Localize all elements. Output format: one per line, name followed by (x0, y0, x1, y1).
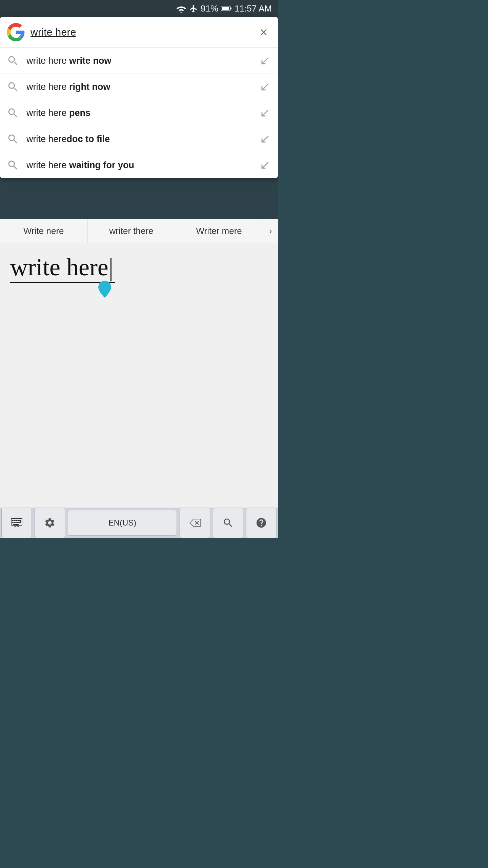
search-bar: write here (0, 17, 278, 48)
arrow-icon-4 (259, 133, 271, 145)
help-button[interactable] (246, 508, 277, 538)
suggestion-item-5[interactable]: write here waiting for you (0, 152, 278, 178)
search-button[interactable] (213, 508, 243, 538)
autocorrect-item-2[interactable]: writer there (88, 219, 176, 243)
settings-button[interactable] (35, 508, 65, 538)
svg-rect-10 (16, 522, 18, 523)
suggestion-item-4[interactable]: write heredoc to file (0, 126, 278, 152)
svg-rect-7 (18, 520, 20, 521)
svg-rect-4 (12, 520, 14, 521)
search-icon-4 (7, 133, 19, 145)
suggestion-text-2: write here right now (26, 82, 259, 92)
svg-rect-12 (20, 520, 21, 523)
autocorrect-bar: Write nere writer there Writer mere › (0, 219, 278, 243)
suggestions-list: write here write now write here right no… (0, 48, 278, 178)
status-bar: 91% 11:57 AM (0, 0, 278, 17)
status-icons: 91% 11:57 AM (176, 3, 272, 14)
autocorrect-item-1[interactable]: Write nere (0, 219, 88, 243)
suggestion-text-5: write here waiting for you (26, 160, 259, 171)
handwriting-area[interactable]: write here (0, 243, 278, 379)
search-icon-1 (7, 55, 19, 67)
clear-button[interactable] (256, 25, 271, 40)
arrow-icon-5 (259, 159, 271, 171)
arrow-icon-1 (259, 55, 271, 67)
cursor-handle[interactable] (98, 281, 111, 299)
search-dropdown: write here write here write now (0, 17, 278, 178)
autocorrect-item-3[interactable]: Writer mere (175, 219, 263, 243)
battery-icon (221, 5, 232, 12)
delete-button[interactable] (180, 508, 210, 538)
empty-content-area (0, 379, 278, 508)
language-selector[interactable]: EN(US) (68, 510, 177, 536)
search-icon-5 (7, 159, 19, 171)
search-icon-2 (7, 81, 19, 93)
google-logo (7, 23, 25, 41)
suggestion-item-3[interactable]: write here pens (0, 100, 278, 126)
status-time: 11:57 AM (235, 3, 272, 14)
search-icon-3 (7, 107, 19, 119)
suggestion-item-2[interactable]: write here right now (0, 74, 278, 100)
svg-rect-8 (12, 522, 14, 523)
text-cursor (110, 258, 111, 281)
handwriting-text: write here (10, 253, 108, 281)
autocorrect-chevron[interactable]: › (263, 226, 278, 236)
arrow-icon-2 (259, 81, 271, 93)
svg-rect-11 (18, 522, 20, 523)
svg-rect-5 (14, 520, 16, 521)
svg-rect-13 (13, 524, 19, 525)
battery-percent: 91% (201, 3, 218, 14)
wifi-icon (176, 4, 186, 13)
svg-rect-1 (222, 7, 229, 10)
suggestion-text-4: write heredoc to file (26, 134, 259, 144)
svg-rect-2 (230, 7, 231, 9)
suggestion-text-1: write here write now (26, 56, 259, 66)
suggestion-item-1[interactable]: write here write now (0, 48, 278, 74)
airplane-icon (189, 4, 198, 13)
search-query[interactable]: write here (30, 26, 256, 38)
arrow-icon-3 (259, 107, 271, 119)
svg-rect-9 (14, 522, 16, 523)
main-background (0, 178, 278, 219)
svg-rect-6 (16, 520, 18, 521)
keyboard-toggle-button[interactable] (1, 508, 32, 538)
keyboard-toolbar: EN(US) (0, 508, 278, 538)
suggestion-text-3: write here pens (26, 108, 259, 118)
